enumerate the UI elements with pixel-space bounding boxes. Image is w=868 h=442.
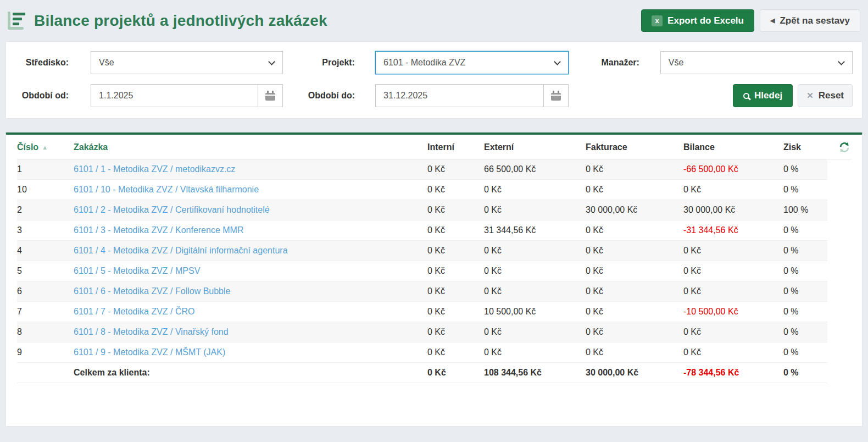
cell-internal: 0 Kč (427, 322, 484, 342)
back-arrow-icon: ◀ (770, 17, 775, 24)
table-row: 3 6101 / 3 - Metodika ZVZ / Konference M… (17, 220, 851, 241)
cell-profit: 0 % (783, 220, 827, 241)
cell-invoicing: 0 Kč (586, 261, 683, 281)
stredisko-label: Středisko: (12, 58, 91, 68)
obdobi-od-calendar-button[interactable] (258, 85, 282, 107)
cell-internal: 0 Kč (427, 241, 484, 261)
column-header-interni: Interní (427, 135, 484, 159)
back-to-reports-button[interactable]: ◀ Zpět na sestavy (760, 9, 860, 32)
filter-panel: Středisko: Vše Projekt: 6101 - Metodika … (5, 41, 863, 119)
cell-profit: 0 % (783, 342, 827, 363)
cell-external: 0 Kč (484, 200, 586, 220)
calendar-icon (265, 93, 275, 101)
order-link[interactable]: 6101 / 2 - Metodika ZVZ / Certifikovaní … (74, 205, 270, 214)
manazer-label: Manažer: (569, 58, 660, 68)
cell-internal: 0 Kč (427, 342, 484, 363)
obdobi-od-input[interactable] (91, 85, 258, 107)
cell-number: 3 (17, 220, 74, 241)
cell-number: 2 (17, 200, 74, 220)
obdobi-do-field (375, 84, 569, 107)
cell-invoicing: 0 Kč (586, 220, 683, 241)
order-link[interactable]: 6101 / 1 - Metodika ZVZ / metodikazvz.cz (74, 164, 235, 174)
export-excel-button[interactable]: x Export do Excelu (641, 9, 754, 32)
search-button[interactable]: Hledej (733, 84, 793, 107)
obdobi-od-label: Období od: (12, 91, 91, 101)
cell-number: 5 (17, 261, 74, 281)
table-row: 5 6101 / 5 - Metodika ZVZ / MPSV 0 Kč 0 … (17, 261, 851, 281)
obdobi-do-input[interactable] (376, 85, 543, 107)
cell-external: 0 Kč (484, 261, 586, 281)
chevron-down-icon (268, 58, 275, 65)
total-row: Celkem za klienta: 0 Kč 108 344,56 Kč 30… (17, 363, 851, 383)
manazer-value: Vše (669, 58, 684, 68)
cell-external: 66 500,00 Kč (484, 159, 586, 180)
order-link[interactable]: 6101 / 5 - Metodika ZVZ / MPSV (74, 266, 200, 275)
calendar-icon (551, 93, 561, 101)
table-row: 1 6101 / 1 - Metodika ZVZ / metodikazvz.… (17, 159, 851, 180)
cell-order: 6101 / 5 - Metodika ZVZ / MPSV (74, 261, 427, 281)
column-header-zakazka[interactable]: Zakázka (74, 135, 427, 159)
cell-external: 0 Kč (484, 241, 586, 261)
cell-order: 6101 / 7 - Metodika ZVZ / ČRO (74, 302, 427, 322)
table-row: 6 6101 / 6 - Metodika ZVZ / Follow Bubbl… (17, 281, 851, 302)
cell-external: 0 Kč (484, 180, 586, 200)
cell-balance: 0 Kč (683, 342, 783, 363)
export-excel-label: Export do Excelu (667, 15, 744, 26)
cell-order: 6101 / 10 - Metodika ZVZ / Vltavská filh… (74, 180, 427, 200)
order-link[interactable]: 6101 / 8 - Metodika ZVZ / Vinařský fond (74, 327, 229, 336)
excel-icon: x (652, 15, 663, 26)
column-header-bilance: Bilance (683, 135, 783, 159)
refresh-header-cell (827, 135, 851, 159)
order-link[interactable]: 6101 / 4 - Metodika ZVZ / Digitální info… (74, 246, 288, 255)
bar-chart-icon (8, 12, 27, 30)
stredisko-select[interactable]: Vše (91, 51, 283, 74)
cell-order: 6101 / 8 - Metodika ZVZ / Vinařský fond (74, 322, 427, 342)
cell-invoicing: 0 Kč (586, 159, 683, 180)
projekt-select[interactable]: 6101 - Metodika ZVZ (375, 51, 569, 74)
table-row: 9 6101 / 9 - Metodika ZVZ / MŠMT (JAK) 0… (17, 342, 851, 363)
stredisko-value: Vše (99, 58, 114, 68)
cell-balance: 0 Kč (683, 180, 783, 200)
cell-invoicing: 0 Kč (586, 302, 683, 322)
order-link[interactable]: 6101 / 9 - Metodika ZVZ / MŠMT (JAK) (74, 347, 225, 357)
order-link[interactable]: 6101 / 3 - Metodika ZVZ / Konference MMR (74, 225, 243, 235)
cell-invoicing: 30 000,00 Kč (586, 200, 683, 220)
close-icon: ✕ (806, 91, 814, 101)
table-row: 7 6101 / 7 - Metodika ZVZ / ČRO 0 Kč 10 … (17, 302, 851, 322)
chevron-down-icon (554, 58, 561, 65)
column-header-cislo[interactable]: Číslo▲ (17, 135, 74, 159)
order-link[interactable]: 6101 / 6 - Metodika ZVZ / Follow Bubble (74, 286, 230, 296)
cell-internal: 0 Kč (427, 159, 484, 180)
cell-number: 9 (17, 342, 74, 363)
search-label: Hledej (754, 90, 782, 101)
sort-asc-icon: ▲ (42, 144, 48, 151)
cell-profit: 0 % (783, 159, 827, 180)
total-profit: 0 % (783, 363, 827, 383)
cell-number: 1 (17, 159, 74, 180)
page-header: Bilance projektů a jednotlivých zakázek … (0, 0, 868, 41)
cell-profit: 100 % (783, 200, 827, 220)
order-link[interactable]: 6101 / 7 - Metodika ZVZ / ČRO (74, 307, 195, 316)
manazer-select[interactable]: Vše (660, 51, 853, 74)
order-link[interactable]: 6101 / 10 - Metodika ZVZ / Vltavská filh… (74, 185, 259, 194)
obdobi-do-calendar-button[interactable] (543, 85, 568, 107)
reset-label: Reset (819, 90, 844, 101)
cell-external: 31 344,56 Kč (484, 220, 586, 241)
table-row: 2 6101 / 2 - Metodika ZVZ / Certifikovan… (17, 200, 851, 220)
cell-invoicing: 0 Kč (586, 281, 683, 302)
cell-internal: 0 Kč (427, 180, 484, 200)
cell-external: 10 500,00 Kč (484, 302, 586, 322)
cell-profit: 0 % (783, 302, 827, 322)
cell-profit: 0 % (783, 322, 827, 342)
obdobi-do-label: Období do: (283, 91, 375, 101)
total-internal: 0 Kč (427, 363, 484, 383)
cell-invoicing: 0 Kč (586, 180, 683, 200)
cell-internal: 0 Kč (427, 261, 484, 281)
cell-balance: 0 Kč (683, 322, 783, 342)
cell-profit: 0 % (783, 261, 827, 281)
cell-internal: 0 Kč (427, 200, 484, 220)
reset-button[interactable]: ✕ Reset (798, 84, 853, 107)
cell-profit: 0 % (783, 241, 827, 261)
refresh-icon[interactable] (839, 142, 850, 153)
cell-order: 6101 / 1 - Metodika ZVZ / metodikazvz.cz (74, 159, 427, 180)
